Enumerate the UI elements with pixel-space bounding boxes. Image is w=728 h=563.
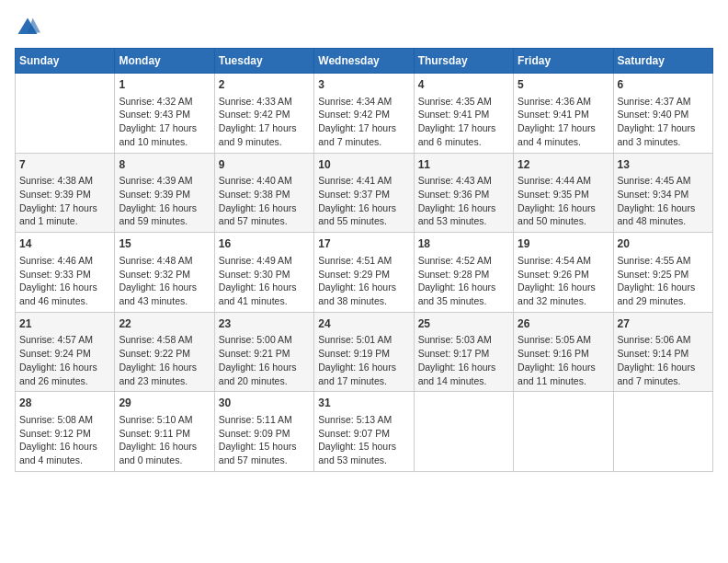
day-cell: 20Sunrise: 4:55 AMSunset: 9:25 PMDayligh… <box>613 233 712 313</box>
header-day-monday: Monday <box>115 49 214 74</box>
day-number: 22 <box>119 316 210 332</box>
day-info: Sunrise: 4:49 AMSunset: 9:30 PMDaylight:… <box>219 254 310 308</box>
day-info: Sunrise: 5:08 AMSunset: 9:12 PMDaylight:… <box>19 413 110 467</box>
day-number: 7 <box>19 157 110 173</box>
day-cell: 22Sunrise: 4:58 AMSunset: 9:22 PMDayligh… <box>115 312 214 392</box>
day-cell: 6Sunrise: 4:37 AMSunset: 9:40 PMDaylight… <box>613 74 712 154</box>
day-info: Sunrise: 4:52 AMSunset: 9:28 PMDaylight:… <box>418 254 509 308</box>
day-cell <box>16 74 115 154</box>
day-info: Sunrise: 5:01 AMSunset: 9:19 PMDaylight:… <box>318 333 409 387</box>
day-number: 5 <box>518 77 609 93</box>
day-cell: 29Sunrise: 5:10 AMSunset: 9:11 PMDayligh… <box>115 392 214 472</box>
day-number: 27 <box>618 316 709 332</box>
day-info: Sunrise: 4:46 AMSunset: 9:33 PMDaylight:… <box>19 254 110 308</box>
day-info: Sunrise: 4:34 AMSunset: 9:42 PMDaylight:… <box>318 95 409 149</box>
day-cell: 17Sunrise: 4:51 AMSunset: 9:29 PMDayligh… <box>314 233 414 313</box>
week-row-3: 14Sunrise: 4:46 AMSunset: 9:33 PMDayligh… <box>16 233 713 313</box>
day-info: Sunrise: 4:51 AMSunset: 9:29 PMDaylight:… <box>318 254 409 308</box>
day-number: 4 <box>418 77 509 93</box>
day-number: 1 <box>119 77 210 93</box>
day-number: 13 <box>618 157 709 173</box>
day-info: Sunrise: 4:39 AMSunset: 9:39 PMDaylight:… <box>119 174 210 228</box>
logo-icon <box>15 15 40 40</box>
day-info: Sunrise: 4:40 AMSunset: 9:38 PMDaylight:… <box>219 174 310 228</box>
day-cell: 16Sunrise: 4:49 AMSunset: 9:30 PMDayligh… <box>214 233 313 313</box>
day-info: Sunrise: 4:43 AMSunset: 9:36 PMDaylight:… <box>418 174 509 228</box>
day-info: Sunrise: 4:55 AMSunset: 9:25 PMDaylight:… <box>618 254 709 308</box>
day-info: Sunrise: 5:03 AMSunset: 9:17 PMDaylight:… <box>418 333 509 387</box>
day-cell <box>613 392 712 472</box>
day-cell: 23Sunrise: 5:00 AMSunset: 9:21 PMDayligh… <box>214 312 313 392</box>
day-info: Sunrise: 4:32 AMSunset: 9:43 PMDaylight:… <box>119 95 210 149</box>
day-number: 16 <box>219 236 310 252</box>
day-info: Sunrise: 5:00 AMSunset: 9:21 PMDaylight:… <box>219 333 310 387</box>
day-cell: 26Sunrise: 5:05 AMSunset: 9:16 PMDayligh… <box>514 312 613 392</box>
logo <box>15 15 44 40</box>
day-number: 2 <box>219 77 310 93</box>
header-day-tuesday: Tuesday <box>214 49 313 74</box>
day-cell: 19Sunrise: 4:54 AMSunset: 9:26 PMDayligh… <box>514 233 613 313</box>
day-info: Sunrise: 4:35 AMSunset: 9:41 PMDaylight:… <box>418 95 509 149</box>
day-cell: 7Sunrise: 4:38 AMSunset: 9:39 PMDaylight… <box>16 153 115 233</box>
header-day-thursday: Thursday <box>414 49 513 74</box>
header-row: SundayMondayTuesdayWednesdayThursdayFrid… <box>16 49 713 74</box>
day-cell: 12Sunrise: 4:44 AMSunset: 9:35 PMDayligh… <box>514 153 613 233</box>
day-info: Sunrise: 4:33 AMSunset: 9:42 PMDaylight:… <box>219 95 310 149</box>
day-number: 15 <box>119 236 210 252</box>
day-cell: 21Sunrise: 4:57 AMSunset: 9:24 PMDayligh… <box>16 312 115 392</box>
day-cell: 15Sunrise: 4:48 AMSunset: 9:32 PMDayligh… <box>115 233 214 313</box>
day-cell: 13Sunrise: 4:45 AMSunset: 9:34 PMDayligh… <box>613 153 712 233</box>
day-cell: 3Sunrise: 4:34 AMSunset: 9:42 PMDaylight… <box>314 74 414 154</box>
day-number: 24 <box>318 316 409 332</box>
day-cell: 27Sunrise: 5:06 AMSunset: 9:14 PMDayligh… <box>613 312 712 392</box>
day-cell: 14Sunrise: 4:46 AMSunset: 9:33 PMDayligh… <box>16 233 115 313</box>
week-row-1: 1Sunrise: 4:32 AMSunset: 9:43 PMDaylight… <box>16 74 713 154</box>
day-info: Sunrise: 5:05 AMSunset: 9:16 PMDaylight:… <box>518 333 609 387</box>
day-number: 3 <box>318 77 409 93</box>
week-row-5: 28Sunrise: 5:08 AMSunset: 9:12 PMDayligh… <box>16 392 713 472</box>
day-cell: 28Sunrise: 5:08 AMSunset: 9:12 PMDayligh… <box>16 392 115 472</box>
day-number: 9 <box>219 157 310 173</box>
day-cell <box>514 392 613 472</box>
day-cell: 10Sunrise: 4:41 AMSunset: 9:37 PMDayligh… <box>314 153 414 233</box>
day-info: Sunrise: 5:06 AMSunset: 9:14 PMDaylight:… <box>618 333 709 387</box>
header-day-wednesday: Wednesday <box>314 49 414 74</box>
day-info: Sunrise: 4:38 AMSunset: 9:39 PMDaylight:… <box>19 174 110 228</box>
day-number: 25 <box>418 316 509 332</box>
week-row-4: 21Sunrise: 4:57 AMSunset: 9:24 PMDayligh… <box>16 312 713 392</box>
day-number: 12 <box>518 157 609 173</box>
day-info: Sunrise: 5:11 AMSunset: 9:09 PMDaylight:… <box>219 413 310 467</box>
day-number: 31 <box>318 396 409 411</box>
day-cell: 1Sunrise: 4:32 AMSunset: 9:43 PMDaylight… <box>115 74 214 154</box>
header-day-friday: Friday <box>514 49 613 74</box>
day-cell: 8Sunrise: 4:39 AMSunset: 9:39 PMDaylight… <box>115 153 214 233</box>
day-cell <box>414 392 513 472</box>
day-info: Sunrise: 4:44 AMSunset: 9:35 PMDaylight:… <box>518 174 609 228</box>
day-info: Sunrise: 4:41 AMSunset: 9:37 PMDaylight:… <box>318 174 409 228</box>
day-info: Sunrise: 5:13 AMSunset: 9:07 PMDaylight:… <box>318 413 409 467</box>
day-number: 26 <box>518 316 609 332</box>
day-cell: 11Sunrise: 4:43 AMSunset: 9:36 PMDayligh… <box>414 153 513 233</box>
header-day-sunday: Sunday <box>16 49 115 74</box>
day-number: 23 <box>219 316 310 332</box>
day-number: 8 <box>119 157 210 173</box>
header-day-saturday: Saturday <box>613 49 712 74</box>
day-number: 11 <box>418 157 509 173</box>
day-cell: 5Sunrise: 4:36 AMSunset: 9:41 PMDaylight… <box>514 74 613 154</box>
day-info: Sunrise: 4:48 AMSunset: 9:32 PMDaylight:… <box>119 254 210 308</box>
day-cell: 18Sunrise: 4:52 AMSunset: 9:28 PMDayligh… <box>414 233 513 313</box>
day-number: 18 <box>418 236 509 252</box>
day-cell: 25Sunrise: 5:03 AMSunset: 9:17 PMDayligh… <box>414 312 513 392</box>
day-cell: 2Sunrise: 4:33 AMSunset: 9:42 PMDaylight… <box>214 74 313 154</box>
day-number: 30 <box>219 396 310 411</box>
day-info: Sunrise: 4:36 AMSunset: 9:41 PMDaylight:… <box>518 95 609 149</box>
day-cell: 4Sunrise: 4:35 AMSunset: 9:41 PMDaylight… <box>414 74 513 154</box>
day-cell: 24Sunrise: 5:01 AMSunset: 9:19 PMDayligh… <box>314 312 414 392</box>
day-cell: 9Sunrise: 4:40 AMSunset: 9:38 PMDaylight… <box>214 153 313 233</box>
page-header <box>15 15 713 40</box>
day-cell: 30Sunrise: 5:11 AMSunset: 9:09 PMDayligh… <box>214 392 313 472</box>
day-number: 20 <box>618 236 709 252</box>
day-number: 17 <box>318 236 409 252</box>
day-info: Sunrise: 4:45 AMSunset: 9:34 PMDaylight:… <box>618 174 709 228</box>
day-cell: 31Sunrise: 5:13 AMSunset: 9:07 PMDayligh… <box>314 392 414 472</box>
